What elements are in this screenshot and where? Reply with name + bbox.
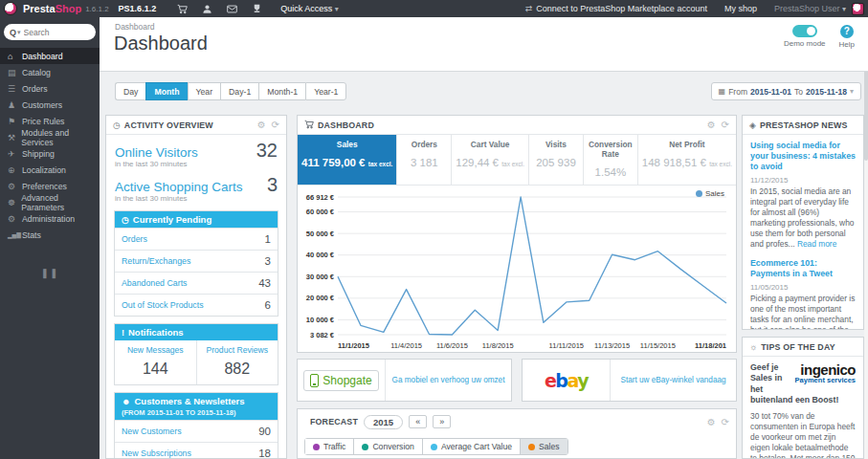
kpi-visits[interactable]: Visits205 939 (529, 135, 584, 185)
notifications-section: !Notifications New Messages144 Product R… (114, 323, 278, 385)
ebay-banner[interactable]: ebay Start uw eBay-winkel vandaag (522, 359, 737, 402)
sales-dot-icon (528, 444, 535, 450)
person-icon: ☻ (122, 397, 130, 406)
kpi-orders[interactable]: Orders3 181 (397, 135, 452, 185)
dashboard-panel: DASHBOARD ⚙ ⟳ Sales411 759,00 € tax excl… (297, 115, 737, 353)
brand: PrestaShop (23, 3, 81, 14)
sidebar-item-advanced-parameters[interactable]: ☸Advanced Parameters (0, 194, 100, 210)
calendar-icon: ▦ (719, 87, 726, 96)
conversion-toggle[interactable]: Conversion (354, 439, 422, 454)
sidebar-search: Q ▾ (4, 24, 96, 40)
traffic-toggle[interactable]: Traffic (305, 439, 354, 454)
active-carts-link[interactable]: Active Shopping Carts (115, 180, 243, 194)
filter-day-1-button[interactable]: Day-1 (220, 82, 258, 100)
online-visitors-link[interactable]: Online Visitors (115, 145, 198, 160)
kpi-sales[interactable]: Sales411 759,00 € tax excl. (298, 135, 397, 185)
sidebar-item-administration[interactable]: ⚙Administration (0, 210, 100, 227)
gear-icon[interactable]: ⚙ (257, 120, 266, 130)
my-shop-link[interactable]: My shop (724, 4, 757, 13)
orders-link[interactable]: Orders (122, 234, 147, 244)
mail-icon[interactable] (219, 0, 244, 17)
traffic-dot-icon (313, 444, 320, 450)
active-carts-row: Active Shopping Carts3 in the last 30 mi… (106, 169, 286, 204)
user-menu[interactable]: PrestaShop User ▾ (774, 4, 846, 13)
search-input[interactable] (24, 28, 79, 37)
activity-overview-panel: ◷ ACTIVITY OVERVIEW ⚙ ⟳ Online Visitors3… (105, 115, 287, 459)
cart-icon[interactable] (169, 0, 194, 17)
shopgate-banner[interactable]: Shopgate Ga mobiel en verhoog uw omzet (297, 359, 512, 402)
online-visitors-value: 32 (256, 140, 278, 162)
catalog-icon: ▤ (8, 68, 22, 77)
next-year-button[interactable]: » (433, 415, 451, 428)
sidebar-item-catalog[interactable]: ▤Catalog (0, 64, 100, 80)
demo-mode-toggle[interactable]: Demo mode (784, 25, 826, 49)
kpi-cart-value[interactable]: Cart Value129,44 € tax excl. (452, 135, 529, 185)
toggle-on-icon[interactable] (792, 25, 817, 37)
date-range-picker[interactable]: ▦ From 2015-11-01 To 2015-11-18 ▾ (711, 82, 861, 100)
chart-legend[interactable]: Sales (696, 189, 724, 198)
news-icon: ◈ (749, 120, 756, 130)
svg-text:66 912 €: 66 912 € (306, 193, 335, 202)
filter-year-button[interactable]: Year (188, 82, 221, 100)
product-reviews-link[interactable]: Product Reviews (199, 345, 277, 355)
abandoned-carts-link[interactable]: Abandoned Carts (122, 278, 187, 288)
version-label: 1.6.1.2 (85, 5, 108, 13)
filter-month-1-button[interactable]: Month-1 (258, 82, 305, 100)
sidebar: Q ▾ ⌂Dashboard ▤Catalog ☰Orders ♟Custome… (0, 17, 100, 459)
search-scope-caret-icon[interactable]: ▾ (17, 29, 21, 36)
filter-day-button[interactable]: Day (115, 82, 145, 100)
read-more-link[interactable]: Read more (797, 239, 836, 249)
sales-chart: Sales 66 912 €60 000 €50 000 €40 000 €30… (298, 186, 736, 353)
new-subscriptions-link[interactable]: New Subscriptions (122, 448, 191, 458)
sidebar-item-stats[interactable]: ▂▅▇Stats (0, 227, 100, 243)
filter-year-1-button[interactable]: Year-1 (305, 82, 346, 100)
stats-icon: ▂▅▇ (8, 231, 22, 238)
chevron-down-icon: ▾ (842, 5, 846, 13)
shopgate-link[interactable]: Ga mobiel en verhoog uw omzet (386, 376, 511, 384)
previous-year-button[interactable]: « (409, 415, 427, 428)
news-article-link[interactable]: Using social media for your business: 4 … (750, 141, 856, 172)
sidebar-item-customers[interactable]: ♟Customers (0, 97, 100, 113)
prestashop-news-panel: ◈ PRESTASHOP NEWS Using social media for… (742, 115, 864, 330)
ebay-link[interactable]: Start uw eBay-winkel vandaag (611, 376, 736, 384)
customer-icon[interactable] (194, 0, 219, 17)
gear-icon[interactable]: ⚙ (707, 120, 716, 130)
link-icon: ⇄ (525, 4, 533, 13)
collapse-menu-button[interactable]: ❚❚ (0, 268, 100, 278)
trophy-icon[interactable] (244, 0, 269, 17)
gear-icon[interactable]: ⚙ (707, 417, 716, 427)
customers-icon: ♟ (8, 100, 22, 110)
avatar[interactable] (852, 3, 864, 15)
new-customers-link[interactable]: New Customers (122, 426, 182, 436)
kpi-net-profit[interactable]: Net Profit148 918,51 € tax excl. (638, 135, 736, 185)
sales-toggle[interactable]: Sales (521, 439, 568, 454)
news-article-link[interactable]: Ecommerce 101: Payments in a Tweet (750, 258, 856, 279)
marketplace-link[interactable]: ⇄Connect to PrestaShop Marketplace accou… (525, 4, 707, 13)
sidebar-item-price-rules[interactable]: ⚑Price Rules (0, 113, 100, 129)
filter-month-button[interactable]: Month (145, 82, 187, 100)
average-cart-value-toggle[interactable]: Average Cart Value (423, 439, 521, 454)
sidebar-item-dashboard[interactable]: ⌂Dashboard (0, 48, 100, 64)
breadcrumb: Dashboard (115, 22, 155, 32)
abandoned-carts-row: Abandoned Carts43 (115, 272, 278, 294)
sidebar-item-modules[interactable]: ⚒Modules and Services (0, 129, 100, 145)
shipping-icon: ✈ (8, 149, 22, 159)
pending-orders-row: Orders1 (115, 228, 278, 250)
forecast-year[interactable]: 2015 (364, 415, 403, 429)
refresh-icon[interactable]: ⟳ (722, 417, 729, 427)
sidebar-item-preferences[interactable]: ⚙Preferences (0, 178, 100, 194)
svg-text:11/6/2015: 11/6/2015 (436, 341, 468, 350)
refresh-icon[interactable]: ⟳ (722, 120, 729, 130)
refresh-icon[interactable]: ⟳ (272, 120, 279, 130)
quick-access-menu[interactable]: Quick Access ▾ (280, 4, 339, 13)
out-of-stock-link[interactable]: Out of Stock Products (122, 300, 204, 310)
returns-link[interactable]: Return/Exchanges (122, 256, 190, 266)
kpi-conversion-rate[interactable]: Conversion Rate1.54% (584, 135, 638, 185)
new-messages-link[interactable]: New Messages (117, 345, 194, 355)
help-button[interactable]: ? Help (839, 25, 855, 49)
sidebar-item-localization[interactable]: ⊕Localization (0, 162, 100, 178)
search-icon[interactable]: Q (10, 28, 16, 37)
content-area: Day Month Year Day-1 Month-1 Year-1 ▦ Fr… (100, 72, 868, 459)
sidebar-item-orders[interactable]: ☰Orders (0, 80, 100, 97)
sidebar-item-shipping[interactable]: ✈Shipping (0, 145, 100, 162)
